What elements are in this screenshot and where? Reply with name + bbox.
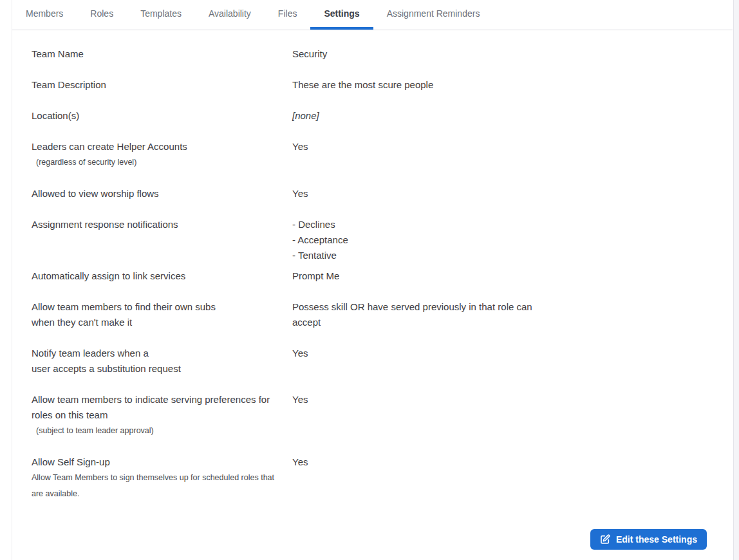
settings-row: Team DescriptionThese are the most scure… [32, 77, 713, 93]
setting-value-line: accept [292, 315, 713, 330]
setting-value-line: These are the most scure people [292, 77, 713, 93]
setting-note-line: (subject to team leader approval) [32, 423, 292, 439]
pencil-square-icon [600, 534, 610, 545]
setting-label: Location(s) [32, 108, 292, 124]
setting-note-line: Allow Team Members to sign themselves up… [32, 470, 292, 486]
setting-value: [none] [292, 108, 713, 124]
settings-table: Team NameSecurityTeam DescriptionThese a… [12, 30, 733, 502]
right-rail [733, 0, 739, 560]
setting-value-line: Possess skill OR have served previously … [292, 299, 713, 315]
settings-row: Notify team leaders when auser accepts a… [32, 346, 713, 377]
setting-label-line: Automatically assign to link services [32, 268, 292, 284]
tab-roles[interactable]: Roles [77, 0, 127, 30]
setting-value: Yes [292, 392, 713, 439]
tab-members[interactable]: Members [12, 0, 77, 30]
setting-value: - Declines- Acceptance- Tentative [292, 217, 713, 263]
setting-note-line: (regardless of security level) [32, 154, 292, 171]
settings-row: Allowed to view worship flowsYes [32, 186, 713, 201]
setting-label-line: Allow team members to find their own sub… [32, 299, 292, 315]
setting-label-line: Team Name [32, 46, 292, 62]
settings-row: Automatically assign to link servicesPro… [32, 268, 713, 284]
settings-row: Assignment response notifications- Decli… [32, 217, 713, 263]
setting-value-line: Yes [292, 392, 713, 407]
setting-value-line: Security [292, 46, 713, 62]
settings-row: Team NameSecurity [32, 46, 713, 62]
setting-label: Notify team leaders when auser accepts a… [32, 346, 292, 377]
setting-label-line: Assignment response notifications [32, 217, 292, 232]
setting-label-line: Team Description [32, 77, 292, 93]
setting-value-line: - Declines [292, 217, 713, 232]
tab-files[interactable]: Files [265, 0, 311, 30]
setting-label-line: Location(s) [32, 108, 292, 124]
setting-value: These are the most scure people [292, 77, 713, 93]
setting-label: Allow Self Sign-upAllow Team Members to … [32, 454, 292, 502]
edit-these-settings-button[interactable]: Edit these Settings [590, 529, 707, 550]
team-tab-bar: MembersRolesTemplatesAvailabilityFilesSe… [12, 0, 733, 30]
settings-row: Leaders can create Helper Accounts(regar… [32, 139, 713, 171]
setting-label: Allowed to view worship flows [32, 186, 292, 201]
setting-value-line: Yes [292, 139, 713, 154]
setting-value: Yes [292, 346, 713, 377]
tab-settings[interactable]: Settings [310, 0, 373, 30]
setting-label: Assignment response notifications [32, 217, 292, 263]
setting-value: Prompt Me [292, 268, 713, 284]
settings-row: Allow Self Sign-upAllow Team Members to … [32, 454, 713, 502]
setting-label: Allow team members to find their own sub… [32, 299, 292, 330]
setting-label-line: user accepts a substitution request [32, 361, 292, 377]
edit-these-settings-label: Edit these Settings [616, 534, 697, 545]
settings-row: Location(s)[none] [32, 108, 713, 124]
setting-value: Yes [292, 454, 713, 502]
setting-value: Yes [292, 186, 713, 201]
setting-value: Yes [292, 139, 713, 171]
setting-label-line: Notify team leaders when a [32, 346, 292, 361]
setting-label: Allow team members to indicate serving p… [32, 392, 292, 439]
setting-value-line: [none] [292, 108, 713, 124]
setting-label-line: when they can't make it [32, 315, 292, 330]
setting-value: Possess skill OR have served previously … [292, 299, 713, 330]
setting-label-line: Leaders can create Helper Accounts [32, 139, 292, 154]
setting-note-line: are available. [32, 486, 292, 502]
setting-label: Leaders can create Helper Accounts(regar… [32, 139, 292, 171]
setting-value-line: Yes [292, 346, 713, 361]
tab-availability[interactable]: Availability [195, 0, 265, 30]
setting-value-line: Prompt Me [292, 268, 713, 284]
setting-value-line: - Acceptance [292, 232, 713, 248]
setting-value: Security [292, 46, 713, 62]
setting-value-line: - Tentative [292, 248, 713, 263]
setting-label-line: Allow Self Sign-up [32, 454, 292, 470]
tab-templates[interactable]: Templates [127, 0, 195, 30]
tab-assignment-reminders[interactable]: Assignment Reminders [373, 0, 494, 30]
settings-footer: Edit these Settings [12, 529, 733, 550]
setting-label: Team Description [32, 77, 292, 93]
setting-label: Automatically assign to link services [32, 268, 292, 284]
setting-label-line: Allow team members to indicate serving p… [32, 392, 292, 407]
settings-row: Allow team members to find their own sub… [32, 299, 713, 330]
setting-label: Team Name [32, 46, 292, 62]
settings-row: Allow team members to indicate serving p… [32, 392, 713, 439]
setting-value-line: Yes [292, 186, 713, 201]
setting-value-line: Yes [292, 454, 713, 470]
setting-label-line: Allowed to view worship flows [32, 186, 292, 201]
setting-label-line: roles on this team [32, 407, 292, 423]
team-settings-card: MembersRolesTemplatesAvailabilityFilesSe… [12, 0, 733, 560]
